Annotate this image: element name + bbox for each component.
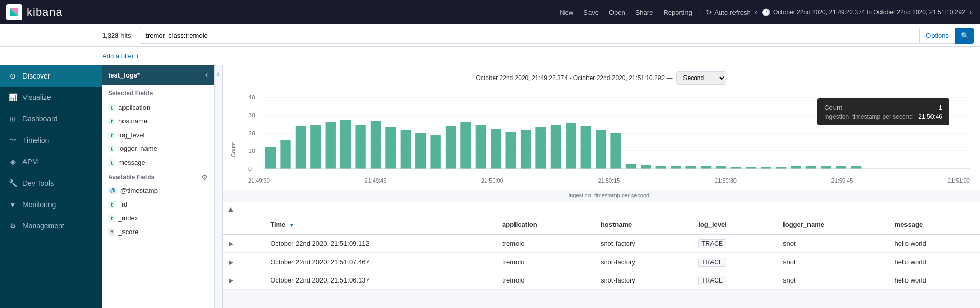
reporting-button[interactable]: Reporting	[659, 7, 696, 18]
bar	[821, 166, 831, 169]
bar	[626, 164, 636, 169]
dashboard-icon: ⊞	[8, 114, 17, 123]
auto-refresh-button[interactable]: ↻ Auto-refresh	[706, 8, 751, 16]
bar	[806, 166, 816, 169]
chart-container: Count 40 30 20 10 0	[223, 88, 980, 190]
field-item-id[interactable]: t _id	[102, 197, 214, 211]
bar	[776, 167, 786, 169]
sidebar-item-monitoring[interactable]: ♥ Monitoring	[0, 194, 102, 215]
bar	[610, 133, 621, 169]
main-layout: ⊙ Discover 📊 Visualize ⊞ Dashboard 〜 Tim…	[0, 65, 980, 308]
sidebar-item-label: Discover	[22, 72, 50, 80]
message-cell: hello world	[889, 253, 980, 271]
search-button[interactable]: 🔍	[955, 28, 974, 44]
bar	[326, 122, 336, 169]
svg-text:20: 20	[248, 130, 255, 136]
open-button[interactable]: Open	[605, 7, 629, 18]
bar	[746, 167, 756, 169]
field-name: logger_name	[118, 145, 157, 152]
field-name: _id	[118, 200, 127, 208]
bar	[355, 125, 365, 169]
sidebar-item-visualize[interactable]: 📊 Visualize	[0, 87, 102, 108]
add-filter-button[interactable]: Add a filter +	[102, 52, 139, 60]
bar	[340, 120, 351, 169]
bar	[851, 166, 861, 169]
x-axis-label: ingestion_timestamp per second	[238, 190, 980, 202]
gear-icon: ⚙	[8, 221, 17, 230]
x-tick: 21:49:45	[365, 177, 387, 184]
options-button[interactable]: Options	[920, 28, 955, 44]
chart-svg-wrapper: 40 30 20 10 0	[248, 93, 970, 184]
sidebar-item-label: Dashboard	[22, 115, 58, 123]
sidebar-item-devtools[interactable]: 🔧 Dev Tools	[0, 172, 102, 194]
col-header-application: application	[496, 216, 595, 234]
bar	[641, 165, 651, 169]
sidebar-item-management[interactable]: ⚙ Management	[0, 215, 102, 237]
interval-select[interactable]: Second Auto Millisecond Minute Hour Day	[676, 71, 726, 85]
time-range-picker[interactable]: 🕐 October 22nd 2020, 21:49:22.374 to Oct…	[762, 8, 965, 16]
bar	[506, 132, 516, 169]
field-item-score[interactable]: # _score	[102, 225, 214, 239]
content-area: October 22nd 2020, 21:49:22.374 - Octobe…	[223, 65, 980, 308]
col-header-hostname: hostname	[595, 216, 692, 234]
prev-time-button[interactable]: ‹	[753, 7, 760, 18]
sidebar: ⊙ Discover 📊 Visualize ⊞ Dashboard 〜 Tim…	[0, 65, 102, 308]
bar	[581, 126, 591, 169]
field-item-loglevel[interactable]: t log_level	[102, 128, 214, 142]
loglevel-cell: TRACE	[692, 271, 777, 290]
bar	[460, 122, 471, 169]
chart-collapse-button[interactable]: ▲	[227, 204, 235, 214]
field-item-timestamp[interactable]: @ @timestamp	[102, 184, 214, 197]
logo-text: kibana	[27, 6, 63, 19]
expand-row-button[interactable]: ▶	[229, 259, 233, 266]
field-name: @timestamp	[120, 187, 158, 194]
time-cell: October 22nd 2020, 21:51:07.467	[264, 253, 496, 271]
table-row: ▶ October 22nd 2020, 21:51:06.137 tremol…	[223, 271, 980, 290]
field-item-application[interactable]: t application	[102, 100, 214, 114]
bar	[685, 166, 696, 169]
chart-collapse-area: ▲	[223, 202, 980, 216]
chart-time-range: October 22nd 2020, 21:49:22.374 - Octobe…	[476, 74, 673, 82]
bar-chart-icon: 📊	[8, 93, 17, 102]
collapse-fields-button[interactable]: ‹	[205, 70, 208, 80]
sidebar-item-dashboard[interactable]: ⊞ Dashboard	[0, 108, 102, 130]
sidebar-item-discover[interactable]: ⊙ Discover	[0, 65, 102, 87]
loggername-cell: snot	[777, 271, 888, 290]
field-type-badge: @	[108, 187, 117, 194]
save-button[interactable]: Save	[579, 7, 603, 18]
fields-panel: test_logs* ‹ Selected Fields t applicati…	[102, 65, 214, 308]
sidebar-item-timelion[interactable]: 〜 Timelion	[0, 130, 102, 151]
search-icon: 🔍	[961, 32, 969, 40]
y-axis-label: Count	[230, 142, 236, 157]
share-button[interactable]: Share	[631, 7, 657, 18]
heart-icon: ♥	[8, 200, 17, 209]
application-cell: tremolo	[496, 234, 595, 253]
table-row: ▶ October 22nd 2020, 21:51:09.112 tremol…	[223, 234, 980, 253]
bar	[791, 166, 801, 169]
field-item-message[interactable]: t message	[102, 156, 214, 169]
field-item-hostname[interactable]: t hostname	[102, 114, 214, 128]
x-tick: 21:50:30	[715, 177, 737, 184]
expand-row-button[interactable]: ▶	[229, 240, 233, 247]
fields-settings-button[interactable]: ⚙	[201, 173, 208, 182]
time-cell: October 22nd 2020, 21:51:09.112	[264, 234, 496, 253]
new-button[interactable]: New	[556, 7, 577, 18]
field-type-badge: t	[108, 215, 115, 222]
field-item-loggername[interactable]: t logger_name	[102, 142, 214, 156]
expand-row-button[interactable]: ▶	[229, 277, 233, 284]
col-header-message: message	[889, 216, 980, 234]
bar	[491, 129, 501, 169]
filter-bar: Add a filter +	[0, 47, 980, 65]
field-item-index[interactable]: t _index	[102, 211, 214, 225]
loglevel-cell: TRACE	[692, 234, 777, 253]
bar	[415, 133, 426, 169]
table-header: Time ▼ application hostname log_level lo…	[223, 216, 980, 234]
search-input[interactable]	[139, 28, 920, 44]
sidebar-item-apm[interactable]: ◈ APM	[0, 151, 102, 172]
col-header-time[interactable]: Time ▼	[264, 216, 496, 234]
loggername-cell: snot	[777, 234, 888, 253]
sidebar-item-label: Visualize	[22, 93, 51, 101]
panel-separator[interactable]: ‹	[214, 65, 223, 308]
bar	[310, 125, 321, 169]
next-time-button[interactable]: ›	[967, 7, 974, 18]
